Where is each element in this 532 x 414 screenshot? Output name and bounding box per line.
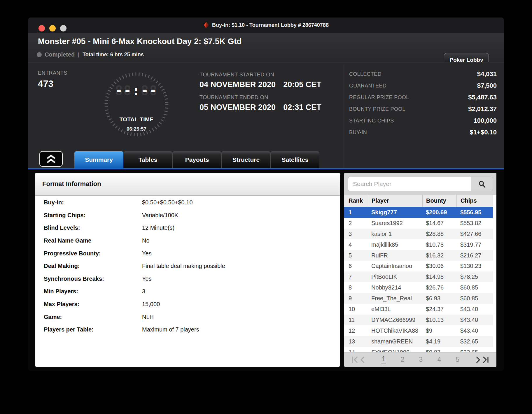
player-row-4[interactable]: 4majkillik85$10.78$319.77 (344, 239, 493, 250)
player-row-10[interactable]: 10eMf33L$24.37$43.40 (344, 304, 493, 315)
format-info-value: No (142, 237, 150, 244)
stat-row: BUY-IN$1+$0.10 (349, 127, 497, 138)
chips-cell: $43.40 (456, 315, 493, 325)
player-cell: DYMACZ666999 (368, 315, 422, 325)
status-row: Completed | Total time: 6 hrs 25 mins (37, 51, 144, 58)
pagination-bar: 12345 (344, 352, 496, 367)
last-page-button[interactable] (482, 356, 489, 364)
tab-summary[interactable]: Summary (74, 151, 123, 168)
format-info-row: Real Name GameNo (35, 234, 340, 247)
player-row-1[interactable]: 1Skigg777$200.69$556.95 (344, 207, 493, 218)
bounty-cell: $24.37 (422, 304, 456, 315)
bounty-cell: $4.19 (422, 336, 456, 347)
stat-row: GUARANTEED$7,500 (349, 80, 497, 92)
titlebar: Buy-in: $1.10 - Tournament Lobby # 28674… (28, 17, 504, 33)
format-info-value: Yes (142, 250, 152, 257)
player-row-8[interactable]: 8Nobby8214$26.76$60.85 (344, 282, 493, 293)
status-dot-icon (37, 52, 42, 57)
player-row-3[interactable]: 3kasior 1$28.88$427.66 (344, 229, 493, 239)
search-player-input[interactable] (348, 177, 471, 191)
format-info-row: Game:NLH (35, 310, 340, 323)
player-row-11[interactable]: 11DYMACZ666999$10.13$43.40 (344, 315, 493, 325)
rank-cell: 10 (344, 304, 368, 315)
tabs-row: SummaryTablesPayoutsStructureSatellites (28, 151, 504, 168)
scrollbar-track[interactable] (493, 195, 496, 352)
format-information-title: Format Information (35, 173, 340, 196)
entrants-value: 473 (38, 78, 67, 89)
player-row-14[interactable]: 14SYMEON1996$0.87$32.65 (344, 347, 493, 352)
ended-date: 05 NOVEMBER 2020 (200, 103, 276, 112)
player-row-12[interactable]: 12HOTChikaVIKA88$9$43.40 (344, 325, 493, 336)
chips-cell: $216.27 (456, 250, 493, 261)
format-info-value: Maximum of 7 players (142, 326, 199, 333)
tournament-dates-block: TOURNAMENT STARTED ON 04 NOVEMBER 202020… (200, 72, 321, 117)
stat-value: 100,000 (473, 117, 497, 124)
player-row-6[interactable]: 6CaptainInsanoo$30.06$130.23 (344, 261, 493, 271)
format-info-value: Variable/100K (142, 212, 178, 219)
players-table-header: Rank Player Bounty Chips (344, 195, 493, 207)
format-info-row: Blind Levels:12 Minute(s) (35, 222, 340, 234)
tab-tables[interactable]: Tables (123, 151, 172, 168)
player-row-9[interactable]: 9Free_The_Real$6.93$60.85 (344, 293, 493, 304)
bounty-cell: $10.13 (422, 315, 456, 325)
player-row-13[interactable]: 13shamanGREEN$4.19$32.65 (344, 336, 493, 347)
rank-cell: 3 (344, 229, 368, 239)
collapse-header-button[interactable] (39, 151, 63, 167)
player-row-2[interactable]: 2Suares1992$14.67$553.82 (344, 218, 493, 229)
bounty-cell: $0.87 (422, 347, 456, 352)
player-row-5[interactable]: 5RuiFR$16.32$216.27 (344, 250, 493, 261)
entrants-label: ENTRANTS (38, 70, 67, 76)
rank-cell: 13 (344, 336, 368, 347)
stat-value: $7,500 (477, 82, 497, 90)
page-2[interactable]: 2 (401, 356, 405, 364)
started-on-label: TOURNAMENT STARTED ON (200, 72, 321, 78)
last-page-icon (482, 356, 489, 364)
stat-label: COLLECTED (349, 71, 382, 77)
tab-bar: SummaryTablesPayoutsStructureSatellites (74, 151, 319, 168)
chips-cell: $130.23 (456, 261, 493, 271)
format-info-label: Buy-in: (35, 199, 142, 206)
stat-row: COLLECTED$4,031 (349, 68, 497, 80)
rank-cell: 8 (344, 282, 368, 293)
status-text: Completed (45, 51, 75, 58)
tournament-lobby-window: Buy-in: $1.10 - Tournament Lobby # 28674… (28, 17, 504, 371)
total-time-text: Total time: 6 hrs 25 mins (83, 52, 144, 58)
tab-structure[interactable]: Structure (221, 151, 270, 168)
bounty-cell: $9 (422, 325, 456, 336)
search-button[interactable] (471, 177, 493, 191)
window-title: Buy-in: $1.10 - Tournament Lobby # 28674… (212, 22, 329, 28)
bounty-cell: $10.78 (422, 239, 456, 250)
chips-cell: $553.82 (456, 218, 493, 229)
player-row-7[interactable]: 7PitBooLIK$14.98$78.25 (344, 271, 493, 282)
page-4[interactable]: 4 (437, 356, 441, 364)
started-time: 20:05 CET (283, 80, 321, 89)
tab-payouts[interactable]: Payouts (172, 151, 221, 168)
rank-cell: 14 (344, 347, 368, 352)
chips-cell: $43.40 (456, 304, 493, 315)
format-info-value: 15,000 (142, 301, 160, 308)
format-info-label: Progressive Bounty: (35, 250, 142, 257)
tab-satellites[interactable]: Satellites (270, 151, 319, 168)
page-5[interactable]: 5 (456, 356, 459, 364)
started-on-value: 04 NOVEMBER 202020:05 CET (200, 80, 321, 89)
player-cell: HOTChikaVIKA88 (368, 325, 422, 336)
format-info-row: Deal Making:Final table deal making poss… (35, 260, 340, 273)
player-column-header: Player (368, 195, 422, 207)
rank-cell: 9 (344, 293, 368, 304)
page-1-current[interactable]: 1 (381, 355, 386, 364)
first-page-button[interactable] (351, 356, 359, 364)
page-number-list: 12345 (366, 355, 474, 364)
page-3[interactable]: 3 (419, 356, 423, 364)
chips-cell: $60.85 (456, 282, 493, 293)
ended-on-value: 05 NOVEMBER 202002:31 CET (200, 103, 321, 112)
rank-cell: 12 (344, 325, 368, 336)
titlebar-title-group: Buy-in: $1.10 - Tournament Lobby # 28674… (28, 17, 504, 33)
rank-cell: 11 (344, 315, 368, 325)
stat-label: BUY-IN (349, 129, 367, 136)
tournament-title: Monster #05 - Mini 6-Max Knockout Day 2:… (38, 37, 242, 46)
rank-cell: 5 (344, 250, 368, 261)
format-info-row: Synchronous Breaks:Yes (35, 273, 340, 285)
prev-page-button[interactable] (359, 356, 366, 364)
stat-row: REGULAR PRIZE POOL$5,487.63 (349, 92, 497, 103)
next-page-button[interactable] (474, 356, 482, 364)
